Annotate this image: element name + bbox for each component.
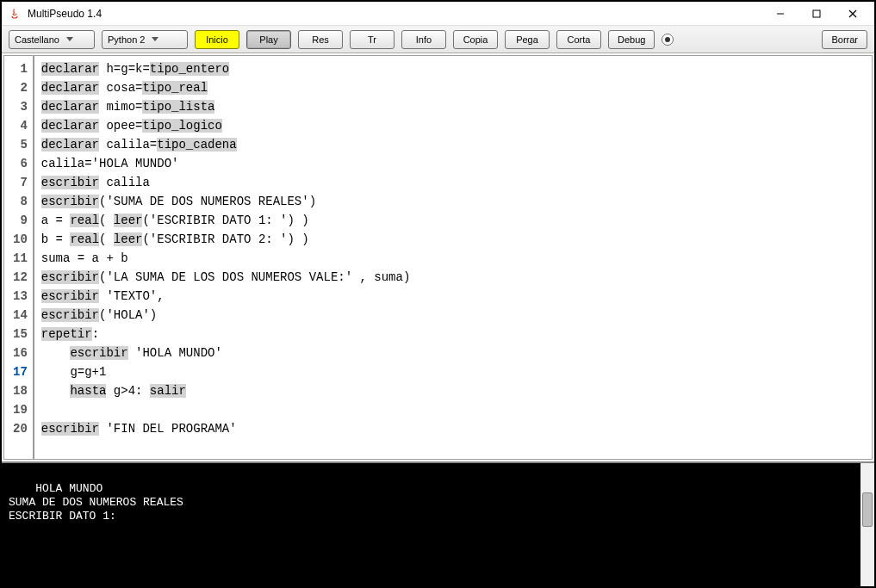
keyword-token: declarar xyxy=(41,119,99,133)
text-token: 'TEXTO', xyxy=(99,289,165,303)
info-button[interactable]: Info xyxy=(401,30,446,49)
borrar-button[interactable]: Borrar xyxy=(822,30,867,49)
text-token: ('ESCRIBIR DATO 2: ') ) xyxy=(142,232,308,246)
code-line[interactable]: escribir('HOLA') xyxy=(41,306,410,325)
pega-button[interactable]: Pega xyxy=(505,30,550,49)
minimize-button[interactable] xyxy=(762,3,798,25)
line-number: 17 xyxy=(13,362,28,381)
keyword-token: tipo_entero xyxy=(150,62,229,76)
text-token: mimo= xyxy=(99,100,142,114)
line-gutter: 1234567891011121314151617181920 xyxy=(4,56,34,459)
window-controls xyxy=(762,3,871,25)
copia-button[interactable]: Copia xyxy=(453,30,498,49)
text-token: cosa= xyxy=(99,81,142,95)
text-token: a = xyxy=(41,214,71,227)
interpreter-value: Python 2 xyxy=(108,34,145,45)
code-line[interactable]: g=g+1 xyxy=(41,362,410,381)
java-icon xyxy=(9,7,22,21)
scroll-thumb[interactable] xyxy=(862,492,873,527)
line-number: 3 xyxy=(13,97,28,116)
res-button[interactable]: Res xyxy=(298,30,343,49)
keyword-token: leer xyxy=(114,214,143,227)
code-line[interactable]: b = real( leer('ESCRIBIR DATO 2: ') ) xyxy=(41,230,410,249)
keyword-token: declarar xyxy=(41,62,99,76)
text-token: ('LA SUMA DE LOS DOS NUMEROS VALE:' , su… xyxy=(99,270,410,284)
code-line[interactable]: declarar h=g=k=tipo_entero xyxy=(41,59,410,78)
maximize-button[interactable] xyxy=(798,3,835,25)
window-title: MultiPseudo 1.4 xyxy=(28,8,762,20)
console-scrollbar[interactable] xyxy=(860,463,874,586)
code-line[interactable]: declarar cosa=tipo_real xyxy=(41,78,410,97)
line-number: 15 xyxy=(13,325,28,344)
tr-button[interactable]: Tr xyxy=(350,30,395,49)
text-token: calila='HOLA MUNDO' xyxy=(41,157,179,170)
text-token: : xyxy=(92,327,99,341)
line-number: 7 xyxy=(13,173,28,192)
code-line[interactable]: escribir calila xyxy=(41,173,410,192)
corta-button[interactable]: Corta xyxy=(556,30,601,49)
keyword-token: escribir xyxy=(41,195,99,208)
line-number: 19 xyxy=(13,400,28,419)
keyword-token: tipo_logico xyxy=(142,119,221,133)
keyword-token: repetir xyxy=(41,327,92,341)
keyword-token: leer xyxy=(114,232,143,246)
code-line[interactable] xyxy=(41,400,410,419)
line-number: 12 xyxy=(13,268,28,287)
code-line[interactable]: declarar mimo=tipo_lista xyxy=(41,97,410,116)
debug-button[interactable]: Debug xyxy=(608,30,655,49)
code-line[interactable]: declarar opee=tipo_logico xyxy=(41,116,410,135)
code-line[interactable]: calila='HOLA MUNDO' xyxy=(41,154,410,173)
code-line[interactable]: escribir 'HOLA MUNDO' xyxy=(41,344,410,362)
interpreter-select[interactable]: Python 2 xyxy=(102,30,188,49)
text-token: opee= xyxy=(99,119,142,133)
language-select[interactable]: Castellano xyxy=(9,30,95,49)
inicio-button[interactable]: Inicio xyxy=(195,30,239,49)
titlebar: MultiPseudo 1.4 xyxy=(2,2,874,26)
line-number: 2 xyxy=(13,78,28,97)
line-number: 18 xyxy=(13,381,28,400)
code-line[interactable]: escribir('SUMA DE DOS NUMEROS REALES') xyxy=(41,192,410,211)
code-line[interactable]: repetir: xyxy=(41,325,410,344)
text-token: ('ESCRIBIR DATO 1: ') ) xyxy=(142,214,308,227)
code-line[interactable]: a = real( leer('ESCRIBIR DATO 1: ') ) xyxy=(41,211,410,230)
debug-radio[interactable] xyxy=(662,34,674,46)
language-value: Castellano xyxy=(15,34,59,45)
close-button[interactable] xyxy=(835,3,871,25)
keyword-token: escribir xyxy=(41,422,99,436)
output-console[interactable]: HOLA MUNDO SUMA DE DOS NUMEROS REALES ES… xyxy=(2,461,874,586)
keyword-token: declarar xyxy=(41,138,99,152)
console-text: HOLA MUNDO SUMA DE DOS NUMEROS REALES ES… xyxy=(9,482,183,523)
text-token: 'HOLA MUNDO' xyxy=(128,346,222,360)
code-line[interactable]: escribir 'TEXTO', xyxy=(41,287,410,306)
line-number: 4 xyxy=(13,116,28,135)
code-line[interactable]: declarar calila=tipo_cadena xyxy=(41,135,410,154)
text-token: b = xyxy=(41,232,71,246)
line-number: 6 xyxy=(13,154,28,173)
line-number: 14 xyxy=(13,306,28,325)
line-number: 9 xyxy=(13,211,28,230)
keyword-token: escribir xyxy=(41,289,99,303)
code-area[interactable]: declarar h=g=k=tipo_enterodeclarar cosa=… xyxy=(34,56,417,459)
radio-dot-icon xyxy=(665,37,670,42)
code-editor[interactable]: 1234567891011121314151617181920 declarar… xyxy=(3,55,873,460)
line-number: 10 xyxy=(13,230,28,249)
code-line[interactable]: hasta g>4: salir xyxy=(41,381,410,400)
line-number: 11 xyxy=(13,249,28,268)
svg-rect-1 xyxy=(813,10,820,17)
line-number: 8 xyxy=(13,192,28,211)
text-token: suma = a + b xyxy=(41,251,128,265)
keyword-token: tipo_cadena xyxy=(157,138,236,152)
keyword-token: real xyxy=(70,232,99,246)
code-line[interactable]: suma = a + b xyxy=(41,249,410,268)
chevron-down-icon xyxy=(63,37,77,42)
keyword-token: escribir xyxy=(70,346,127,360)
play-button[interactable]: Play xyxy=(246,30,291,49)
app-window: MultiPseudo 1.4 Castellano Python 2 xyxy=(0,0,876,588)
keyword-token: escribir xyxy=(41,270,99,284)
code-line[interactable]: escribir('LA SUMA DE LOS DOS NUMEROS VAL… xyxy=(41,268,410,287)
keyword-token: escribir xyxy=(41,176,99,189)
code-line[interactable]: escribir 'FIN DEL PROGRAMA' xyxy=(41,419,410,438)
text-token xyxy=(41,384,71,398)
text-token: ('HOLA') xyxy=(99,308,157,322)
keyword-token: tipo_lista xyxy=(142,100,214,114)
